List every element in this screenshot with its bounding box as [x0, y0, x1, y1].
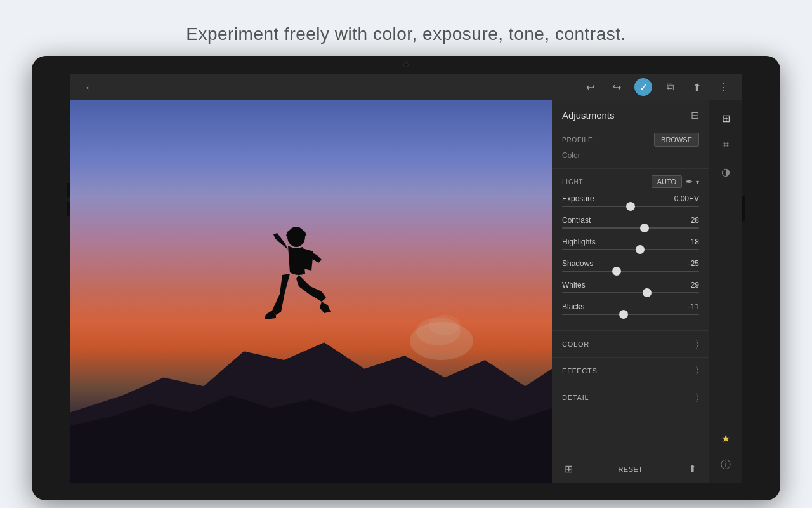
slider-track-whites[interactable]	[562, 292, 699, 293]
slider-thumb-whites[interactable]	[643, 288, 652, 297]
slider-thumb-highlights[interactable]	[636, 245, 645, 254]
slider-track-blacks[interactable]	[562, 314, 699, 315]
slider-thumb-blacks[interactable]	[619, 310, 628, 319]
adjustments-sidebar-icon[interactable]: ⊞	[714, 107, 737, 130]
color-arrow-icon: 〉	[696, 338, 699, 349]
reset-button[interactable]: RESET	[613, 463, 648, 476]
right-sidebar: ⊞ ⌗ ◑ ★ ⓘ	[709, 100, 742, 483]
settings-icon[interactable]: ⊞	[560, 460, 578, 478]
panel-filter-icon[interactable]: ⊟	[691, 109, 699, 121]
person-silhouette	[253, 223, 336, 337]
more-button[interactable]: ⋮	[714, 78, 732, 96]
slider-exposure: Exposure 0.00EV	[562, 194, 699, 207]
star-sidebar-icon[interactable]: ★	[714, 427, 737, 450]
slider-label-exposure: Exposure	[562, 194, 594, 203]
slider-label-whites: Whites	[562, 281, 586, 290]
back-button[interactable]: ←	[80, 77, 100, 97]
slider-blacks: Blacks -11	[562, 302, 699, 315]
undo-button[interactable]: ↩	[581, 78, 599, 96]
photo-area	[70, 100, 552, 483]
effects-label: EFFECTS	[562, 367, 696, 375]
slider-contrast: Contrast 28	[562, 216, 699, 229]
profile-value: Color	[562, 151, 580, 160]
slider-value-shadows: -25	[674, 259, 699, 268]
detail-arrow-icon: 〉	[696, 392, 699, 403]
tablet-shell: ← ↩ ↪ ✓ ⧉ ⬆ ⋮	[32, 56, 780, 500]
slider-value-whites: 29	[674, 281, 699, 290]
info-sidebar-icon[interactable]: ⓘ	[714, 453, 737, 476]
slider-track-highlights[interactable]	[562, 249, 699, 250]
export-icon[interactable]: ⬆	[683, 460, 702, 478]
svg-point-5	[429, 315, 461, 335]
confirm-button[interactable]: ✓	[634, 78, 652, 96]
effects-arrow-icon: 〉	[696, 365, 699, 376]
detail-section[interactable]: DETAIL 〉	[552, 384, 709, 410]
detail-label: DETAIL	[562, 394, 696, 401]
selective-sidebar-icon[interactable]: ◑	[714, 160, 737, 183]
slider-value-exposure: 0.00EV	[674, 194, 699, 203]
redo-button[interactable]: ↪	[608, 78, 625, 96]
panel-title: Adjustments	[562, 110, 615, 121]
slider-value-blacks: -11	[674, 302, 699, 311]
crop-sidebar-icon[interactable]: ⌗	[714, 133, 737, 156]
panel-bottom: ⊞ RESET ⬆	[552, 455, 709, 483]
slider-label-blacks: Blacks	[562, 302, 584, 311]
color-label: COLOR	[562, 340, 696, 348]
share-button[interactable]: ⬆	[688, 78, 705, 96]
slider-thumb-contrast[interactable]	[640, 224, 649, 232]
tagline: Experiment freely with color, exposure, …	[186, 24, 626, 44]
compare-button[interactable]: ⧉	[661, 78, 679, 96]
slider-label-highlights: Highlights	[562, 237, 596, 246]
slider-highlights: Highlights 18	[562, 237, 699, 250]
tablet-screen: ← ↩ ↪ ✓ ⧉ ⬆ ⋮	[70, 74, 742, 483]
tablet-wrapper: ← ↩ ↪ ✓ ⧉ ⬆ ⋮	[32, 56, 780, 500]
light-dropdown-arrow[interactable]: ▾	[696, 178, 699, 185]
light-label: LIGHT	[562, 178, 652, 185]
slider-track-contrast[interactable]	[562, 227, 699, 229]
slider-whites: Whites 29	[562, 281, 699, 293]
slider-value-contrast: 28	[674, 216, 699, 225]
slider-value-highlights: 18	[674, 237, 699, 246]
wand-icon[interactable]: ✒	[686, 177, 693, 187]
slider-track-exposure[interactable]	[562, 206, 699, 207]
light-section: LIGHT AUTO ✒ ▾ Exposure 0.00EV Contrast …	[552, 169, 709, 330]
effects-section[interactable]: EFFECTS 〉	[552, 357, 709, 384]
top-bar: ← ↩ ↪ ✓ ⧉ ⬆ ⋮	[70, 74, 742, 100]
auto-button[interactable]: AUTO	[652, 175, 682, 188]
slider-thumb-exposure[interactable]	[626, 202, 635, 211]
slider-label-contrast: Contrast	[562, 216, 591, 225]
slider-shadows: Shadows -25	[562, 259, 699, 272]
profile-label: PROFILE	[562, 137, 593, 144]
color-section[interactable]: COLOR 〉	[552, 330, 709, 357]
camera-dot	[403, 62, 409, 67]
profile-section: PROFILE BROWSE Color	[552, 128, 709, 169]
adjustments-panel: Adjustments ⊟ PROFILE BROWSE Color	[552, 100, 709, 483]
slider-track-shadows[interactable]	[562, 271, 699, 272]
slider-thumb-shadows[interactable]	[612, 267, 621, 276]
smoke-effect	[403, 309, 480, 360]
browse-button[interactable]: BROWSE	[654, 133, 699, 147]
slider-label-shadows: Shadows	[562, 259, 593, 268]
